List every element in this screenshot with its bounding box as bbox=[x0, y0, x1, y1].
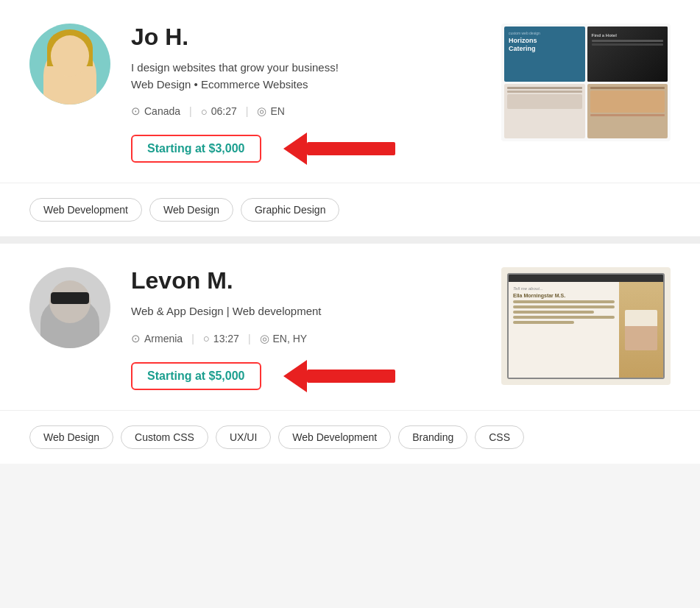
text-line-1 bbox=[513, 300, 615, 303]
red-arrow-levon bbox=[283, 360, 395, 392]
tag-web-development[interactable]: Web Development bbox=[29, 198, 142, 222]
tag-css[interactable]: CSS bbox=[475, 425, 524, 449]
location-icon-levon: ⊙ bbox=[131, 332, 141, 345]
price-row-jo: Starting at $3,000 bbox=[131, 132, 395, 165]
arrow-shaft bbox=[307, 142, 395, 155]
thumb-content: Tell me about... Ella Morningstar M.S. bbox=[509, 282, 663, 378]
clock-icon: ○ bbox=[201, 105, 208, 118]
profile-tagline-jo: I design websites that grow your busines… bbox=[131, 60, 395, 93]
location-item: ⊙ Canada bbox=[131, 105, 180, 118]
red-arrow-jo bbox=[283, 132, 395, 165]
text-line-2 bbox=[513, 305, 615, 308]
portfolio-thumb-levon: Tell me about... Ella Morningstar M.S. bbox=[501, 267, 671, 385]
language-item: ◎ EN bbox=[257, 105, 284, 118]
location-item-levon: ⊙ Armenia bbox=[131, 332, 183, 345]
arrow-shaft-levon bbox=[307, 370, 395, 383]
language-icon-levon: ◎ bbox=[260, 332, 269, 345]
text-line-4 bbox=[513, 316, 615, 319]
text-line-3 bbox=[513, 311, 594, 314]
profile-name-levon: Levon M. bbox=[131, 267, 395, 294]
profile-meta-levon: ⊙ Armenia | ○ 13:27 | ◎ EN, HY bbox=[131, 332, 395, 345]
glasses-icon bbox=[51, 292, 89, 304]
tag-graphic-design[interactable]: Graphic Design bbox=[241, 198, 340, 222]
text-line-5 bbox=[513, 321, 574, 324]
separator3: | bbox=[191, 333, 194, 344]
portfolio-thumb-jo: custom web design HorizonsCatering Find … bbox=[501, 24, 671, 141]
tag-ux-ui[interactable]: UX/UI bbox=[216, 425, 271, 449]
language-item-levon: ◎ EN, HY bbox=[260, 332, 308, 345]
thumb-tile-3 bbox=[504, 84, 585, 139]
thumb-right-col bbox=[619, 282, 663, 378]
time-item: ○ 06:27 bbox=[201, 105, 237, 118]
tag-custom-css[interactable]: Custom CSS bbox=[121, 425, 208, 449]
clock-icon-levon: ○ bbox=[203, 332, 210, 344]
price-badge-levon[interactable]: Starting at $5,000 bbox=[131, 362, 261, 390]
tag-web-dev-levon[interactable]: Web Development bbox=[278, 425, 391, 449]
profile-tagline-levon: Web & App Design | Web development bbox=[131, 303, 395, 320]
separator1: | bbox=[189, 105, 192, 117]
price-badge-jo[interactable]: Starting at $3,000 bbox=[131, 135, 261, 163]
thumb-left-col: Tell me about... Ella Morningstar M.S. bbox=[509, 282, 619, 378]
arrow-head-icon-levon bbox=[283, 360, 307, 392]
profile-info-jo: Jo H. I design websites that grow your b… bbox=[131, 24, 395, 165]
thumb-tile-2: Find a Hotel bbox=[587, 26, 668, 82]
tag-web-design[interactable]: Web Design bbox=[149, 198, 233, 222]
time-item-levon: ○ 13:27 bbox=[203, 332, 239, 344]
tags-row-levon: Web Design Custom CSS UX/UI Web Developm… bbox=[0, 410, 700, 464]
price-row-levon: Starting at $5,000 bbox=[131, 360, 395, 392]
profile-meta-jo: ⊙ Canada | ○ 06:27 | ◎ EN bbox=[131, 105, 395, 118]
avatar-hair bbox=[47, 29, 93, 66]
thumb-tile-4 bbox=[587, 84, 668, 139]
tags-row-jo: Web Development Web Design Graphic Desig… bbox=[0, 183, 700, 236]
profile-info-levon: Levon M. Web & App Design | Web developm… bbox=[131, 267, 395, 392]
separator4: | bbox=[248, 333, 251, 344]
language-icon: ◎ bbox=[257, 105, 266, 118]
tag-web-design-levon[interactable]: Web Design bbox=[29, 425, 113, 449]
card-levon: Levon M. Web & App Design | Web developm… bbox=[0, 244, 700, 410]
thumb-tile-1: custom web design HorizonsCatering bbox=[504, 26, 585, 82]
profile-name-jo: Jo H. bbox=[131, 24, 395, 51]
arrow-head-icon bbox=[283, 132, 307, 165]
card-jo: Jo H. I design websites that grow your b… bbox=[0, 0, 700, 183]
tag-branding[interactable]: Branding bbox=[398, 425, 467, 449]
thumb-top-bar bbox=[509, 275, 663, 282]
location-icon: ⊙ bbox=[131, 105, 141, 118]
avatar-jo bbox=[29, 24, 110, 105]
thumb-frame-levon: Tell me about... Ella Morningstar M.S. bbox=[507, 273, 665, 379]
separator2: | bbox=[246, 105, 249, 117]
divider bbox=[0, 236, 700, 244]
avatar-levon bbox=[29, 267, 110, 348]
